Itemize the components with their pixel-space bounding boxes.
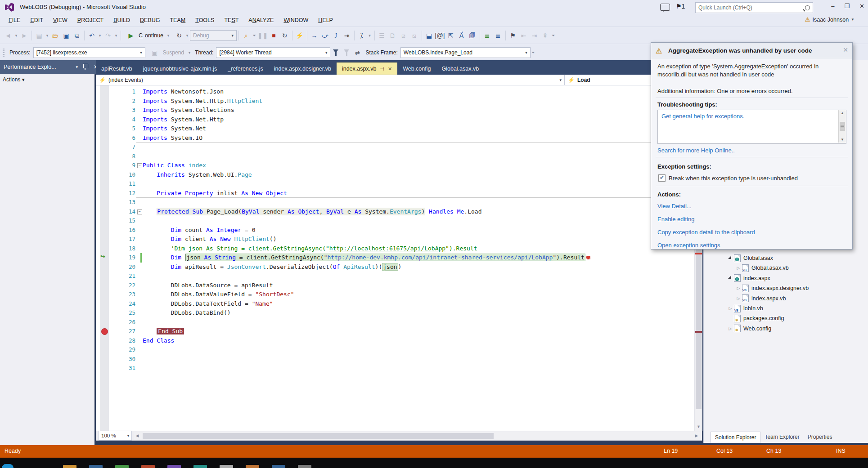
taskbar-app-icon[interactable] <box>246 465 259 468</box>
code-line[interactable]: 3Imports System.Collections <box>96 106 694 115</box>
minimize-button[interactable]: – <box>831 3 834 9</box>
code-line[interactable]: 11 <box>96 179 694 189</box>
outline-collapse-icon[interactable]: − <box>137 209 142 214</box>
code-line[interactable]: 1Imports Newtonsoft.Json <box>96 87 694 97</box>
tab-jquery-unobtrusive-ajax-min-js[interactable]: jquery.unobtrusive-ajax.min.js <box>138 63 222 75</box>
code-line[interactable]: 25 DDLobs.DataBind() <box>96 308 694 318</box>
tree-item-index-aspx-vb[interactable]: ▷index.aspx.vb <box>704 294 868 303</box>
action-link-copy[interactable]: Copy exception detail to the clipboard <box>657 229 755 236</box>
taskbar-app-icon[interactable] <box>220 465 233 468</box>
redo-dropdown[interactable]: ▾ <box>114 30 118 41</box>
quick-launch-input[interactable]: Quick Launch (Ctrl+Q) <box>695 2 813 13</box>
close-button[interactable]: ✕ <box>859 3 864 9</box>
prev-bookmark-icon[interactable]: ⇤ <box>519 30 529 41</box>
attribute-icon[interactable]: [@] <box>435 30 445 41</box>
close-icon[interactable]: ✕ <box>388 63 392 75</box>
tree-item-lobin-vb[interactable]: ▷lobIn.vb <box>704 303 868 313</box>
collapsed-arrow-icon[interactable]: ▷ <box>728 326 733 331</box>
next-bookmark-icon[interactable]: ⇥ <box>530 30 540 41</box>
pin-icon[interactable]: ⊣ <box>380 63 384 75</box>
actions-dropdown[interactable]: Actions ▾ <box>3 76 25 83</box>
save-all-icon[interactable]: ⧉ <box>72 30 82 41</box>
code-line[interactable]: 26 <box>96 318 694 327</box>
code-line[interactable]: 5Imports System.Net <box>96 124 694 134</box>
code-line[interactable]: 24 DDLobs.DataTextField = "Name" <box>96 299 694 309</box>
tab-web-config[interactable]: Web.config <box>397 63 436 75</box>
taskbar-app-icon[interactable] <box>115 465 129 468</box>
code-line[interactable]: 2Imports System.Net.Http.HttpClient <box>96 97 694 106</box>
zoom-dropdown[interactable]: 100 % ▾ <box>99 431 132 441</box>
restart-debug-icon[interactable]: ↻ <box>174 30 184 41</box>
panel-tab-team-explorer[interactable]: Team Explorer <box>760 432 803 443</box>
restore-button[interactable]: ❐ <box>844 3 850 9</box>
paste-icon[interactable]: ▤ <box>34 30 44 41</box>
run-to-cursor-icon[interactable]: ⇥ <box>342 30 352 41</box>
collapsed-arrow-icon[interactable]: ▷ <box>736 266 741 270</box>
code-line[interactable]: 7 <box>96 143 694 152</box>
restart-icon[interactable]: ↻ <box>280 30 290 41</box>
show-next-statement-icon[interactable]: ⚡ <box>295 30 305 41</box>
menu-item-build[interactable]: BUILD <box>108 14 135 27</box>
clear-bookmark-icon[interactable]: ⇞ <box>540 30 550 41</box>
menu-item-view[interactable]: VIEW <box>48 14 72 27</box>
list-members-icon[interactable]: ☰ <box>377 30 387 41</box>
menu-item-test[interactable]: TEST <box>219 14 243 27</box>
tree-item-web-config[interactable]: ▷Web.config <box>704 324 868 334</box>
action-link-open[interactable]: Open exception settings <box>657 242 720 249</box>
taskbar-app-icon[interactable] <box>89 465 103 468</box>
action-link-enable[interactable]: Enable editing <box>657 216 694 223</box>
search-help-online-link[interactable]: Search for more Help Online.. <box>657 147 844 154</box>
code-line[interactable]: 20 Dim apiResult = JsonConvert.Deseriali… <box>96 263 694 272</box>
code-line[interactable]: 12 Private Property inlist As New Object <box>96 189 694 198</box>
code-line[interactable]: 21 <box>96 272 694 281</box>
panel-menu-icon[interactable]: ▾ <box>76 65 78 69</box>
nav-forward-icon[interactable]: ► <box>19 30 29 41</box>
menu-item-window[interactable]: WINDOW <box>279 14 313 27</box>
process-combo[interactable]: [7452] iisexpress.exe▾ <box>33 47 145 58</box>
code-line[interactable]: 16 Dim count As Integer = 0 <box>96 226 694 235</box>
save-icon[interactable]: ▣ <box>61 30 71 41</box>
undo-dropdown[interactable]: ▾ <box>98 30 102 41</box>
breakpoint-icon[interactable] <box>101 328 108 335</box>
debugbar-overflow-icon[interactable]: ⏷ <box>531 47 535 58</box>
suspend-label[interactable]: Suspend <box>163 49 184 56</box>
code-line[interactable]: 8 <box>96 152 694 161</box>
suspend-dropdown[interactable]: ▾ <box>187 47 192 58</box>
peek-definition-icon[interactable]: ⧅ <box>409 30 419 41</box>
stack-frame-combo[interactable]: WebLOBS.index.Page_Load▾ <box>400 47 531 58</box>
tab-global-asax-vb[interactable]: Global.asax.vb <box>436 63 484 75</box>
step-into-icon[interactable]: → <box>310 30 319 41</box>
bookmark-icon[interactable]: ⚑ <box>508 30 518 41</box>
code-line[interactable]: 6Imports System.IO <box>96 134 694 143</box>
copy-structure-icon[interactable]: 🗐 <box>468 30 477 41</box>
tab--references-js[interactable]: _references.js <box>222 63 269 75</box>
code-line[interactable]: 9Public Class index <box>96 161 694 170</box>
code-line[interactable]: 29 <box>96 345 694 355</box>
menu-item-analyze[interactable]: ANALYZE <box>243 14 279 27</box>
toolbar-grip[interactable] <box>3 49 4 57</box>
call-hierarchy-icon[interactable]: ⧄ <box>399 30 409 41</box>
bookmark-overflow-icon[interactable]: ⏷ <box>551 30 556 41</box>
notifications-flag-icon[interactable]: ⚑1 <box>676 3 685 10</box>
taskbar-app-icon[interactable] <box>193 465 207 468</box>
pin-icon[interactable] <box>83 64 88 68</box>
tree-item-global-asax-vb[interactable]: ▷Global.asax.vb <box>704 263 868 273</box>
step-over-icon[interactable]: ⤻ <box>320 30 330 41</box>
code-line[interactable]: 28End Class <box>96 336 694 346</box>
collapsed-arrow-icon[interactable]: ▷ <box>728 306 733 311</box>
break-checkbox[interactable]: ✔ <box>658 174 666 182</box>
step-out-icon[interactable]: ⤴ <box>331 30 341 41</box>
tree-item-index-aspx-designer-vb[interactable]: ▷index.aspx.designer.vb <box>704 283 868 293</box>
code-line[interactable]: 10 Inherits System.Web.UI.Page <box>96 170 694 180</box>
redo-icon[interactable]: ↷ <box>103 30 113 41</box>
taskbar-app-icon[interactable] <box>63 465 76 468</box>
code-line[interactable]: 18 'Dim json As String = client.GetStrin… <box>96 244 694 254</box>
menu-item-file[interactable]: FILE <box>4 14 25 27</box>
code-line[interactable]: 23 DDLobs.DataValueField = "ShortDesc" <box>96 290 694 299</box>
toggle-flagged-icon[interactable]: ⇄ <box>352 47 362 58</box>
taskbar-app-icon[interactable] <box>167 465 181 468</box>
filter-threads-icon[interactable] <box>333 49 338 56</box>
tab-apiresult-vb[interactable]: apiResult.vb <box>96 63 138 75</box>
thread-combo[interactable]: [2984] Worker Thread▾ <box>216 47 330 58</box>
menu-item-debug[interactable]: DEBUG <box>135 14 165 27</box>
